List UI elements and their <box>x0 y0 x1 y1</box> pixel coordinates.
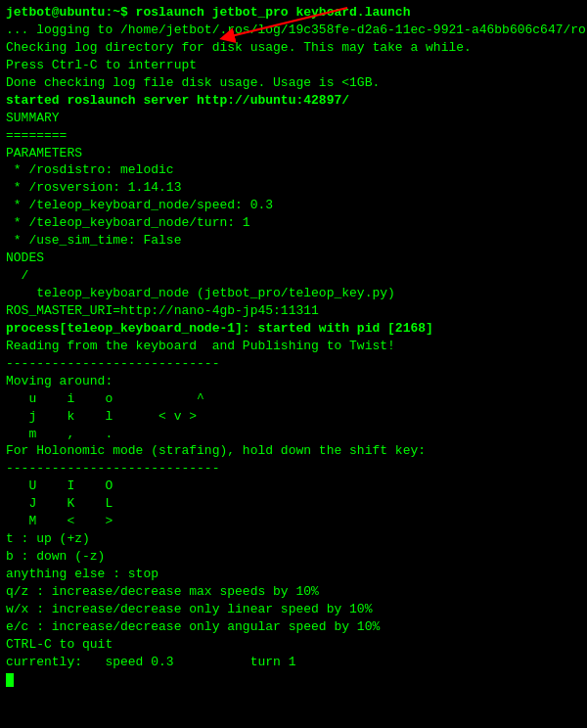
terminal-line: * /teleop_keyboard_node/speed: 0.3 <box>6 197 581 214</box>
terminal-line: Reading from the keyboard and Publishing… <box>6 338 581 355</box>
terminal-line: ... logging to /home/jetbot/.ros/log/19c… <box>6 22 581 39</box>
terminal-line: CTRL-C to quit <box>6 636 581 654</box>
terminal-line: Press Ctrl-C to interrupt <box>6 57 581 74</box>
terminal-line: u i o ^ <box>6 390 581 408</box>
terminal-line: PARAMETERS <box>6 145 581 162</box>
terminal-cursor-line <box>6 671 581 689</box>
terminal-line: ---------------------------- <box>6 355 581 373</box>
terminal-line: m , . <box>6 426 581 443</box>
terminal-line: U I O <box>6 478 581 495</box>
terminal-line: * /rosversion: 1.14.13 <box>6 179 581 197</box>
terminal-line: ---------------------------- <box>6 460 581 478</box>
terminal-line: * /rosdistro: melodic <box>6 161 581 179</box>
terminal-line: q/z : increase/decrease max speeds by 10… <box>6 583 581 601</box>
terminal-line: ======== <box>6 127 581 145</box>
terminal-line: M < > <box>6 513 581 530</box>
terminal-line: started roslaunch server http://ubuntu:4… <box>6 92 581 110</box>
terminal-line: / <box>6 267 581 285</box>
terminal-line: b : down (-z) <box>6 548 581 566</box>
terminal-line: anything else : stop <box>6 566 581 583</box>
terminal-line: teleop_keyboard_node (jetbot_pro/teleop_… <box>6 285 581 302</box>
terminal-content: jetbot@ubuntu:~$ roslaunch jetbot_pro ke… <box>6 4 581 689</box>
terminal-line: Done checking log file disk usage. Usage… <box>6 74 581 92</box>
terminal-line: jetbot@ubuntu:~$ roslaunch jetbot_pro ke… <box>6 4 581 22</box>
terminal-cursor <box>6 673 14 687</box>
terminal-line: j k l < v > <box>6 408 581 426</box>
terminal-line: w/x : increase/decrease only linear spee… <box>6 601 581 618</box>
terminal-line: Moving around: <box>6 373 581 390</box>
terminal-line: t : up (+z) <box>6 530 581 548</box>
terminal-line: ROS_MASTER_URI=http://nano-4gb-jp45:1131… <box>6 302 581 320</box>
terminal-line: currently: speed 0.3 turn 1 <box>6 654 581 671</box>
terminal-line: SUMMARY <box>6 110 581 127</box>
terminal-line: For Holonomic mode (strafing), hold down… <box>6 442 581 460</box>
terminal-line: * /teleop_keyboard_node/turn: 1 <box>6 214 581 232</box>
terminal-window: jetbot@ubuntu:~$ roslaunch jetbot_pro ke… <box>0 0 587 728</box>
terminal-line: e/c : increase/decrease only angular spe… <box>6 618 581 636</box>
terminal-line: NODES <box>6 250 581 267</box>
terminal-line: process[teleop_keyboard_node-1]: started… <box>6 320 581 338</box>
terminal-line: * /use_sim_time: False <box>6 232 581 250</box>
terminal-line: Checking log directory for disk usage. T… <box>6 39 581 57</box>
terminal-line: J K L <box>6 495 581 513</box>
